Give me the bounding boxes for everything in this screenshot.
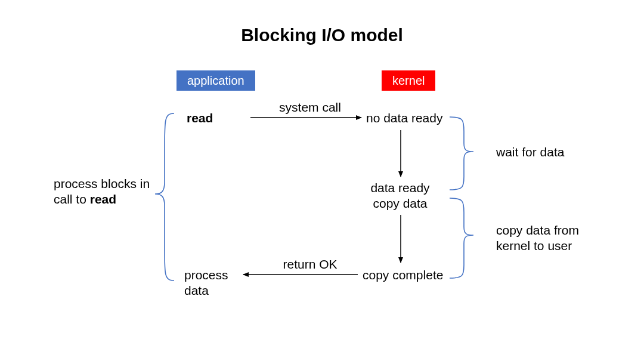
right-copy-annotation: copy data from kernel to user — [496, 223, 579, 254]
diagram-stage: Blocking I/O model application kernel pr… — [0, 0, 644, 339]
right-wait-for-data: wait for data — [496, 144, 564, 160]
kernel-data-ready: data ready — [370, 181, 429, 195]
kernel-copy-complete: copy complete — [363, 267, 443, 283]
kernel-copy-data: copy data — [373, 196, 427, 210]
right-copy-line2: kernel to user — [496, 239, 572, 252]
app-process-data-label: process data — [184, 267, 228, 299]
return-ok-label: return OK — [262, 257, 358, 272]
app-process-data-line2: data — [184, 283, 209, 297]
right-copy-line1: copy data from — [496, 223, 579, 237]
kernel-data-ready-block: data ready copy data — [361, 180, 439, 212]
app-read-label: read — [187, 110, 213, 126]
brace-right-wait — [450, 117, 473, 190]
application-badge: application — [177, 70, 255, 91]
left-annotation-line2-bold: read — [90, 192, 116, 206]
left-annotation-line2-prefix: call to — [54, 192, 90, 206]
brace-left — [155, 113, 174, 281]
brace-right-copy — [450, 198, 473, 278]
svg-overlay — [0, 0, 644, 339]
left-annotation: process blocks in call to read — [54, 176, 150, 208]
system-call-label: system call — [262, 100, 358, 115]
kernel-no-data-ready: no data ready — [366, 110, 442, 126]
app-process-data-line1: process — [184, 268, 228, 282]
diagram-title: Blocking I/O model — [0, 25, 644, 45]
kernel-badge: kernel — [382, 70, 435, 91]
left-annotation-line1: process blocks in — [54, 177, 150, 190]
